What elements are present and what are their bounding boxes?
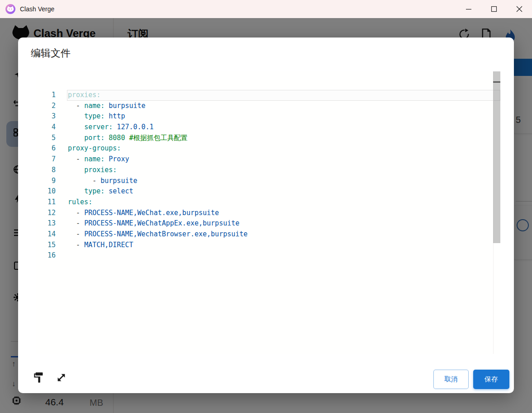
cancel-button[interactable]: 取消 bbox=[433, 370, 469, 389]
code-line[interactable]: 16 bbox=[36, 250, 500, 261]
window-title: Clash Verge bbox=[20, 5, 54, 13]
code-text: server: 127.0.0.1 bbox=[68, 123, 154, 131]
line-number: 6 bbox=[36, 143, 68, 154]
dialog-title: 编辑文件 bbox=[31, 47, 71, 60]
code-line[interactable]: 13 - PROCESS-NAME,WeChatAppEx.exe,burpsu… bbox=[36, 218, 500, 229]
line-number: 16 bbox=[36, 250, 68, 261]
code-text: - PROCESS-NAME,WeChatAppEx.exe,burpsuite bbox=[68, 219, 239, 227]
code-line[interactable]: 1proxies: bbox=[36, 90, 500, 101]
code-text: rules: bbox=[68, 198, 92, 206]
code-line[interactable]: 8 proxies: bbox=[36, 165, 500, 176]
code-text: port: 8080 #根据抓包工具配置 bbox=[68, 134, 188, 142]
line-number: 1 bbox=[36, 90, 68, 101]
code-line[interactable]: 12 - PROCESS-NAME,WeChat.exe,burpsuite bbox=[36, 208, 500, 219]
code-line[interactable]: 11rules: bbox=[36, 197, 500, 208]
code-line[interactable]: 2 - name: burpsuite bbox=[36, 101, 500, 112]
editor-scrollbar-track[interactable] bbox=[493, 71, 500, 354]
minimize-button[interactable] bbox=[456, 0, 481, 18]
code-text: proxies: bbox=[68, 91, 100, 99]
titlebar: Clash Verge bbox=[0, 0, 532, 18]
line-number: 12 bbox=[36, 208, 68, 219]
code-text: type: select bbox=[68, 187, 133, 195]
line-number: 14 bbox=[36, 229, 68, 240]
line-number: 11 bbox=[36, 197, 68, 208]
line-number: 3 bbox=[36, 111, 68, 122]
code-line[interactable]: 9 - burpsuite bbox=[36, 176, 500, 187]
line-number: 7 bbox=[36, 154, 68, 165]
close-button[interactable] bbox=[507, 0, 532, 18]
line-number: 2 bbox=[36, 101, 68, 112]
code-text: - burpsuite bbox=[68, 177, 138, 185]
yaml-code-editor[interactable]: 1proxies:2 - name: burpsuite3 type: http… bbox=[36, 71, 500, 354]
code-line[interactable]: 3 type: http bbox=[36, 111, 500, 122]
code-text: proxies: bbox=[68, 166, 117, 174]
format-paint-button[interactable] bbox=[32, 371, 45, 384]
line-number: 4 bbox=[36, 122, 68, 133]
code-line[interactable]: 5 port: 8080 #根据抓包工具配置 bbox=[36, 133, 500, 144]
line-number: 5 bbox=[36, 133, 68, 144]
code-text: type: http bbox=[68, 112, 125, 120]
code-line[interactable]: 14 - PROCESS-NAME,WechatBrowser.exe,burp… bbox=[36, 229, 500, 240]
line-number: 13 bbox=[36, 218, 68, 229]
window-controls bbox=[456, 0, 532, 18]
code-text: - MATCH,DIRECT bbox=[68, 241, 133, 249]
editor-tools bbox=[32, 371, 68, 384]
line-number: 15 bbox=[36, 240, 68, 251]
code-line[interactable]: 15 - MATCH,DIRECT bbox=[36, 240, 500, 251]
current-line-highlight bbox=[67, 90, 500, 101]
line-number: 10 bbox=[36, 186, 68, 197]
clash-verge-logo-icon bbox=[5, 4, 15, 14]
code-line[interactable]: 4 server: 127.0.0.1 bbox=[36, 122, 500, 133]
code-text: proxy-groups: bbox=[68, 144, 121, 152]
overview-ruler-marker bbox=[493, 81, 500, 83]
app-window: Clash Verge Clash Verge 订阅 bbox=[0, 0, 532, 413]
editor-scrollbar-thumb[interactable] bbox=[493, 71, 500, 243]
code-text: - PROCESS-NAME,WechatBrowser.exe,burpsui… bbox=[68, 230, 247, 238]
save-button[interactable]: 保存 bbox=[473, 370, 509, 389]
code-text: - name: Proxy bbox=[68, 155, 129, 163]
code-lines: 1proxies:2 - name: burpsuite3 type: http… bbox=[36, 90, 500, 261]
code-text: - name: burpsuite bbox=[68, 102, 146, 110]
line-number: 8 bbox=[36, 165, 68, 176]
expand-editor-button[interactable] bbox=[54, 371, 68, 384]
code-line[interactable]: 10 type: select bbox=[36, 186, 500, 197]
code-line[interactable]: 7 - name: Proxy bbox=[36, 154, 500, 165]
line-number: 9 bbox=[36, 176, 68, 187]
maximize-button[interactable] bbox=[481, 0, 507, 18]
edit-file-dialog: 编辑文件 1proxies:2 - name: burpsuite3 type:… bbox=[18, 38, 514, 393]
code-line[interactable]: 6proxy-groups: bbox=[36, 143, 500, 154]
code-text: - PROCESS-NAME,WeChat.exe,burpsuite bbox=[68, 209, 219, 217]
